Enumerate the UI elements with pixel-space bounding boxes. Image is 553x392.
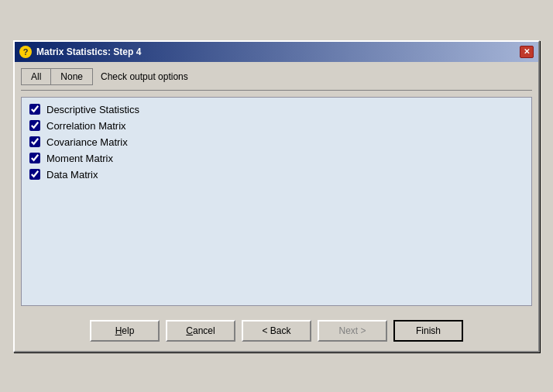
title-icon: ? xyxy=(19,46,32,58)
checkbox-covariance[interactable] xyxy=(29,136,40,147)
cancel-underline-c: C xyxy=(186,325,193,336)
checkbox-item-data[interactable]: Data Matrix xyxy=(29,169,524,181)
close-button[interactable]: ✕ xyxy=(520,46,534,58)
all-button[interactable]: All xyxy=(21,68,50,85)
checkbox-item-correlation[interactable]: Correlation Matrix xyxy=(29,120,524,132)
checkbox-data[interactable] xyxy=(29,169,40,180)
checkbox-list: Descriptive Statistics Correlation Matri… xyxy=(21,97,532,306)
toolbar: All None Check output options xyxy=(21,68,532,91)
next-button[interactable]: Next > xyxy=(318,320,387,342)
checkbox-correlation[interactable] xyxy=(29,120,40,131)
checkbox-descriptive[interactable] xyxy=(29,104,40,115)
finish-button[interactable]: Finish xyxy=(393,320,463,342)
main-window: ? Matrix Statistics: Step 4 ✕ All None C… xyxy=(13,40,540,352)
checkbox-item-covariance[interactable]: Covariance Matrix xyxy=(29,136,524,148)
checkbox-label-data: Data Matrix xyxy=(46,169,98,181)
checkbox-item-descriptive[interactable]: Descriptive Statistics xyxy=(29,104,524,115)
title-bar: ? Matrix Statistics: Step 4 ✕ xyxy=(15,42,538,62)
instruction-label: Check output options xyxy=(101,71,188,82)
checkbox-label-moment: Moment Matrix xyxy=(46,153,113,164)
checkbox-label-covariance: Covariance Matrix xyxy=(46,136,128,148)
window-title: Matrix Statistics: Step 4 xyxy=(36,46,141,57)
checkbox-item-moment[interactable]: Moment Matrix xyxy=(29,153,524,164)
checkbox-moment[interactable] xyxy=(29,153,40,163)
title-bar-left: ? Matrix Statistics: Step 4 xyxy=(19,46,141,58)
back-button[interactable]: < Back xyxy=(242,320,311,342)
help-button[interactable]: Help xyxy=(90,320,160,342)
checkbox-label-correlation: Correlation Matrix xyxy=(46,120,126,132)
none-button[interactable]: None xyxy=(50,68,93,85)
checkbox-label-descriptive: Descriptive Statistics xyxy=(46,104,139,115)
cancel-button[interactable]: Cancel xyxy=(166,320,235,342)
button-bar: Help Cancel < Back Next > Finish xyxy=(21,315,532,345)
window-content: All None Check output options Descriptiv… xyxy=(15,62,538,351)
